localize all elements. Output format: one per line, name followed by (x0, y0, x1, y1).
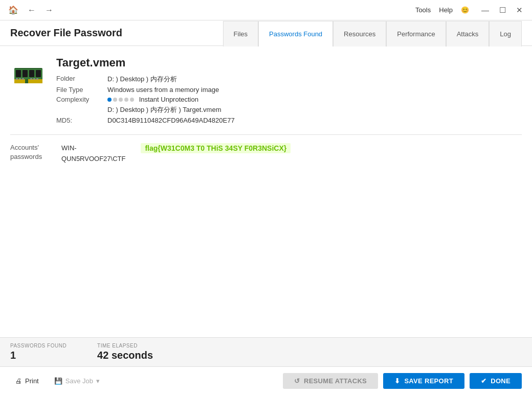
resume-attacks-icon: ↺ (294, 377, 300, 385)
savejob-button[interactable]: 💾 Save Job ▾ (49, 374, 105, 388)
print-label: Print (25, 377, 39, 385)
passwords-found-value: 1 (10, 350, 66, 361)
file-icon (10, 56, 46, 92)
svg-rect-8 (16, 78, 18, 80)
resume-attacks-button[interactable]: ↺ RESUME ATTACKS (283, 373, 378, 389)
filetype-label: File Type (56, 86, 107, 94)
status-time-elapsed: TIME ELAPSED 42 seconds (97, 343, 153, 361)
savejob-icon: 💾 (54, 377, 62, 385)
file-details: Target.vmem Folder D: ) Desktop ) 内存分析 F… (56, 56, 522, 126)
svg-rect-4 (16, 70, 21, 77)
filetype-value: Windows users from a memory image (107, 86, 219, 94)
titlebar: 🏠 ← → Tools Help 😊 — ☐ ✕ (0, 0, 532, 20)
svg-rect-2 (14, 79, 42, 83)
dot-2 (113, 98, 117, 102)
titlebar-nav: 🏠 ← → (5, 4, 56, 16)
md5-value: D0C314B9110482CFD96A649AD4820E77 (107, 117, 235, 124)
accounts-entries: WIN- QUN5RVOOF27\CTF flag{W31C0M3 T0 THi… (61, 143, 522, 165)
emoji-button[interactable]: 😊 (461, 6, 469, 14)
minimize-button[interactable]: — (477, 5, 493, 15)
print-icon: 🖨 (15, 377, 22, 385)
accounts-label: Accounts' passwords (10, 143, 61, 161)
help-menu[interactable]: Help (439, 6, 453, 14)
forward-button[interactable]: → (42, 5, 56, 16)
maximize-button[interactable]: ☐ (495, 5, 510, 16)
svg-rect-9 (19, 78, 21, 80)
tab-performance[interactable]: Performance (386, 21, 446, 47)
detail-row-folder: Folder D: ) Desktop ) 内存分析 (56, 75, 522, 84)
complexity-dots (107, 98, 134, 102)
passwords-found-label: PASSWORDS FOUND (10, 343, 66, 348)
account-name-line2: QUN5RVOOF27\CTF (61, 155, 125, 162)
close-button[interactable]: ✕ (512, 5, 527, 16)
save-report-button[interactable]: ⬇ SAVE REPORT (383, 373, 464, 389)
svg-rect-13 (36, 78, 38, 80)
complexity-label: Complexity (56, 96, 107, 103)
main-content: Target.vmem Folder D: ) Desktop ) 内存分析 F… (0, 46, 532, 337)
app-title: Recover File Password (10, 27, 223, 39)
svg-rect-7 (36, 70, 41, 77)
status-bar: PASSWORDS FOUND 1 TIME ELAPSED 42 second… (0, 337, 532, 366)
time-elapsed-value: 42 seconds (97, 350, 153, 361)
separator (10, 134, 522, 135)
done-label: DONE (491, 377, 511, 385)
file-name: Target.vmem (56, 56, 522, 69)
svg-rect-6 (29, 70, 34, 77)
tab-attacks[interactable]: Attacks (446, 21, 490, 47)
print-button[interactable]: 🖨 Print (10, 374, 44, 388)
path-value: D: ) Desktop ) 内存分析 ) Target.vmem (107, 105, 221, 114)
home-button[interactable]: 🏠 (5, 4, 21, 16)
complexity-value: Instant Unprotection (107, 96, 198, 103)
dot-5 (130, 98, 134, 102)
status-passwords-found: PASSWORDS FOUND 1 (10, 343, 66, 361)
done-icon: ✔ (481, 377, 486, 385)
app-header: Recover File Password Files Passwords Fo… (0, 20, 532, 46)
bottom-toolbar: 🖨 Print 💾 Save Job ▾ ↺ RESUME ATTACKS ⬇ … (0, 366, 532, 395)
savejob-chevron-icon: ▾ (96, 377, 100, 385)
tools-menu[interactable]: Tools (415, 6, 431, 14)
svg-rect-3 (25, 79, 28, 83)
tabs-container: Files Passwords Found Resources Performa… (223, 20, 522, 46)
tab-resources[interactable]: Resources (333, 21, 386, 47)
accounts-section: Accounts' passwords WIN- QUN5RVOOF27\CTF… (10, 143, 522, 165)
complexity-text: Instant Unprotection (139, 96, 198, 103)
save-report-label: SAVE REPORT (404, 377, 453, 385)
svg-rect-5 (23, 70, 28, 77)
svg-rect-12 (33, 78, 35, 80)
resume-attacks-label: RESUME ATTACKS (304, 377, 367, 385)
done-button[interactable]: ✔ DONE (470, 373, 522, 389)
password-found: flag{W31C0M3 T0 THiS 34SY F0R3NSiCX} (141, 143, 291, 153)
detail-row-filetype: File Type Windows users from a memory im… (56, 86, 522, 94)
account-name-line1: WIN- (61, 144, 77, 152)
folder-label: Folder (56, 75, 107, 84)
titlebar-menu: Tools Help 😊 (415, 6, 469, 14)
detail-row-path: D: ) Desktop ) 内存分析 ) Target.vmem (56, 105, 522, 114)
svg-rect-10 (22, 78, 24, 80)
md5-label: MD5: (56, 117, 107, 124)
time-elapsed-label: TIME ELAPSED (97, 343, 153, 348)
detail-row-md5: MD5: D0C314B9110482CFD96A649AD4820E77 (56, 117, 522, 124)
tab-files[interactable]: Files (223, 21, 258, 47)
save-report-icon: ⬇ (394, 377, 400, 385)
folder-value: D: ) Desktop ) 内存分析 (107, 75, 177, 84)
tab-log[interactable]: Log (489, 21, 522, 47)
dot-3 (119, 98, 123, 102)
path-label-empty (56, 105, 107, 114)
tab-passwords-found[interactable]: Passwords Found (258, 21, 333, 47)
file-section: Target.vmem Folder D: ) Desktop ) 内存分析 F… (10, 56, 522, 126)
detail-row-complexity: Complexity Instant Unprotection (56, 96, 522, 103)
back-button[interactable]: ← (25, 5, 39, 16)
dot-4 (124, 98, 128, 102)
dot-1 (107, 98, 112, 102)
savejob-label: Save Job (65, 377, 93, 385)
account-name: WIN- QUN5RVOOF27\CTF (61, 143, 125, 165)
svg-rect-11 (30, 78, 32, 80)
titlebar-controls: — ☐ ✕ (477, 5, 527, 16)
